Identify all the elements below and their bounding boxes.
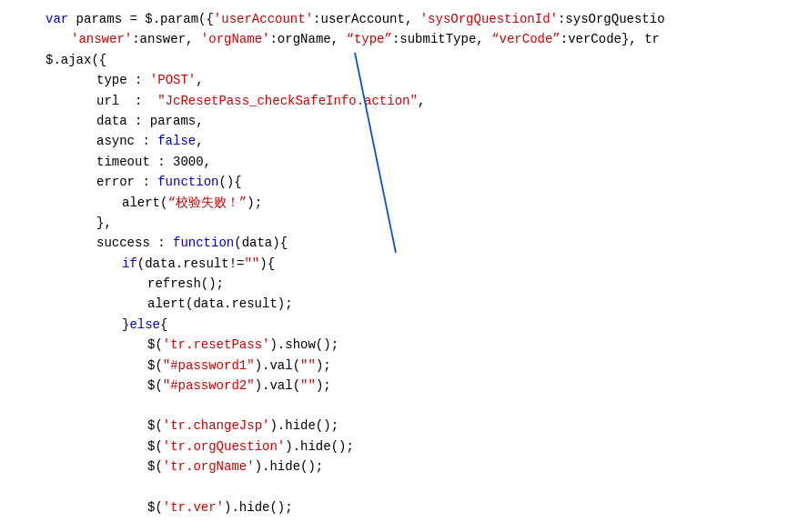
code-token: $('tr.resetPass').show(); — [147, 337, 338, 352]
code-line: var params = $.param({'userAccount':user… — [0, 9, 788, 29]
line-content: url : "JcResetPass_checkSafeInfo.action"… — [96, 91, 425, 111]
code-line: success : function(data){ — [0, 233, 788, 253]
code-line: $('tr.orgName').hide(); — [0, 457, 788, 477]
code-content: var params = $.param({'userAccount':user… — [0, 9, 788, 517]
code-token: , — [418, 94, 425, 108]
code-editor: var params = $.param({'userAccount':user… — [0, 0, 788, 532]
code-token: , — [196, 73, 203, 87]
code-line: async : false, — [0, 131, 788, 151]
code-token: $.ajax({ — [45, 53, 106, 67]
code-line: $("#password2").val(""); — [0, 376, 788, 396]
line-content: $('tr.orgQuestion').hide(); — [147, 437, 354, 457]
line-content: $('tr.orgName').hide(); — [147, 457, 323, 477]
code-line: alert(“校验失败！”); — [0, 193, 788, 213]
code-token: $("#password2").val(""); — [147, 378, 331, 393]
code-token: if(data.result!=""){ — [122, 256, 275, 271]
code-token: async : false, — [96, 134, 204, 148]
line-content: timeout : 3000, — [96, 152, 211, 172]
code-line: $('tr.changeJsp').hide(); — [0, 416, 788, 436]
code-line: type : 'POST', — [0, 70, 788, 90]
line-content: alert(“校验失败！”); — [122, 193, 262, 213]
line-content: $("#password2").val(""); — [147, 376, 331, 396]
code-line — [0, 477, 788, 497]
code-token: success : function(data){ — [96, 236, 288, 250]
code-token: $('tr.changeJsp').hide(); — [147, 418, 338, 433]
code-line: $('tr.orgQuestion').hide(); — [0, 437, 788, 457]
line-content: data : params, — [96, 111, 204, 131]
code-token: }, — [96, 216, 112, 230]
line-content: 'answer':answer, 'orgName':orgName, “typ… — [71, 29, 660, 49]
line-content: $("#password1").val(""); — [147, 356, 331, 376]
code-token: alert(data.result); — [147, 296, 293, 311]
line-content: alert(data.result); — [147, 294, 293, 314]
code-line: $.ajax({ — [0, 50, 788, 70]
line-content: }, — [96, 213, 112, 233]
code-token: error : function(){ — [96, 175, 242, 189]
code-line: alert(data.result); — [0, 294, 788, 314]
code-line: data : params, — [0, 111, 788, 131]
code-line: timeout : 3000, — [0, 152, 788, 172]
line-content: error : function(){ — [96, 172, 242, 192]
code-token: $('tr.orgQuestion').hide(); — [147, 439, 354, 454]
code-token: data : params, — [96, 114, 204, 128]
code-token: alert(“校验失败！”); — [122, 196, 262, 210]
line-content: $('tr.changeJsp').hide(); — [147, 416, 338, 436]
line-content: type : 'POST', — [96, 70, 204, 90]
code-token: var params = $.param({'userAccount':user… — [45, 12, 665, 26]
code-token: refresh(); — [147, 276, 224, 291]
code-token: $('tr.orgName').hide(); — [147, 459, 323, 474]
line-content: $('tr.resetPass').show(); — [147, 335, 338, 355]
line-content: if(data.result!=""){ — [122, 254, 275, 274]
code-token: url : — [96, 94, 157, 108]
code-token: : — [127, 73, 150, 87]
code-token: type — [96, 73, 127, 87]
code-line: if(data.result!=""){ — [0, 254, 788, 274]
line-content: var params = $.param({'userAccount':user… — [45, 9, 665, 29]
code-line — [0, 396, 788, 416]
code-line: error : function(){ — [0, 172, 788, 192]
code-line: url : "JcResetPass_checkSafeInfo.action"… — [0, 91, 788, 111]
code-line: }else{ — [0, 315, 788, 335]
code-line: $('tr.ver').hide(); — [0, 497, 788, 517]
code-token: "JcResetPass_checkSafeInfo.action" — [157, 94, 418, 108]
line-content: $.ajax({ — [45, 50, 106, 70]
line-content: refresh(); — [147, 274, 224, 294]
line-content: $('tr.ver').hide(); — [147, 497, 293, 517]
code-token: timeout : 3000, — [96, 155, 211, 169]
code-token: 'POST' — [150, 73, 196, 87]
code-token: 'answer':answer, 'orgName':orgName, “typ… — [71, 32, 660, 46]
code-line: $("#password1").val(""); — [0, 356, 788, 376]
code-token: $('tr.ver').hide(); — [147, 500, 293, 515]
line-content: success : function(data){ — [96, 233, 288, 253]
code-line: $('tr.resetPass').show(); — [0, 335, 788, 355]
code-line: refresh(); — [0, 274, 788, 294]
line-content: }else{ — [122, 315, 167, 335]
line-content: async : false, — [96, 131, 204, 151]
code-token: $("#password1").val(""); — [147, 358, 331, 373]
code-line: }, — [0, 213, 788, 233]
code-line: 'answer':answer, 'orgName':orgName, “typ… — [0, 29, 788, 49]
code-token: }else{ — [122, 317, 167, 332]
